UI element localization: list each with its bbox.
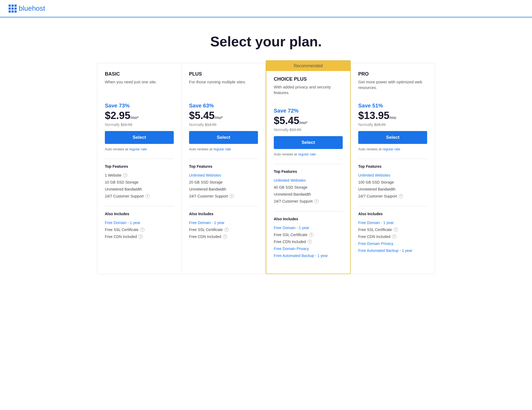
plan-name-basic: BASIC (105, 71, 174, 77)
top-features-title-choice-plus: Top Features (274, 169, 343, 174)
price-row-plus: $5.45 /mo* (189, 110, 258, 121)
info-icon[interactable]: ? (392, 234, 396, 239)
info-icon[interactable]: ? (394, 228, 398, 232)
also-includes-choice-plus: Also Includes Free Domain - 1 year Free … (274, 217, 343, 259)
top-feature-item-choice-plus-2: Unmetered Bandwidth (274, 191, 343, 198)
plan-card-basic: BASIC When you need just one site. Save … (97, 63, 182, 274)
top-feature-item-choice-plus-0: Unlimited Websites (274, 177, 343, 184)
plan-price-pro: $13.95 (358, 110, 389, 121)
info-icon[interactable]: ? (140, 228, 145, 232)
info-icon[interactable]: ? (145, 194, 150, 198)
regular-rate-link-plus[interactable]: regular rate (213, 147, 231, 151)
plan-save-pro: Save 51% (358, 103, 427, 109)
select-button-basic[interactable]: Select (105, 131, 174, 144)
also-feature-item-pro-0: Free Domain - 1 year (358, 219, 427, 226)
top-features-title-plus: Top Features (189, 164, 258, 169)
also-feature-item-basic-1: Free SSL Certificate ? (105, 226, 174, 233)
top-feature-item-basic-0: 1 Website ? (105, 172, 174, 179)
plan-card-plus: PLUS For those running multiple sites. S… (182, 63, 266, 274)
info-icon[interactable]: ? (314, 199, 319, 203)
divider-top-choice-plus (274, 164, 343, 164)
also-feature-item-choice-plus-1: Free SSL Certificate ? (274, 231, 343, 238)
divider-bottom-plus (189, 206, 258, 206)
page-title-section: Select your plan. (0, 17, 532, 63)
regular-rate-link-pro[interactable]: regular rate (382, 147, 400, 151)
top-features-pro: Top Features Unlimited Websites 100 GB S… (358, 164, 427, 200)
regular-rate-link-basic[interactable]: regular rate (129, 147, 147, 151)
plan-price-basic: $2.95 (105, 110, 130, 121)
also-title-plus: Also Includes (189, 212, 258, 216)
info-icon[interactable]: ? (309, 233, 313, 237)
top-feature-item-plus-3: 24/7 Customer Support ? (189, 193, 258, 200)
select-button-choice-plus[interactable]: Select (274, 136, 343, 149)
info-icon[interactable]: ? (230, 194, 234, 198)
also-feature-item-pro-3: Free Domain Privacy (358, 240, 427, 247)
top-feature-item-plus-2: Unmetered Bandwidth (189, 186, 258, 193)
recommended-badge: Recommended (266, 61, 350, 71)
plans-container: BASIC When you need just one site. Save … (92, 63, 440, 290)
auto-renews-pro: Auto renews at regular rate (358, 147, 427, 151)
also-includes-basic: Also Includes Free Domain - 1 year Free … (105, 212, 174, 240)
plan-price-plus: $5.45 (189, 110, 215, 121)
top-feature-item-plus-0: Unlimited Websites (189, 172, 258, 179)
auto-renews-plus: Auto renews at regular rate (189, 147, 258, 151)
top-feature-item-choice-plus-1: 40 GB SSD Storage (274, 184, 343, 191)
also-feature-item-basic-2: Free CDN Included ? (105, 233, 174, 240)
plan-normal-price-choice-plus: Normally $19.99 (274, 128, 343, 132)
page-title: Select your plan. (5, 33, 527, 50)
also-feature-item-pro-4: Free Automated Backup - 1 year (358, 247, 427, 254)
info-icon[interactable]: ? (223, 234, 227, 239)
top-features-choice-plus: Top Features Unlimited Websites 40 GB SS… (274, 169, 343, 205)
site-header: bluehost (0, 0, 532, 17)
price-row-pro: $13.95 /mo (358, 110, 427, 121)
top-feature-item-plus-1: 20 GB SSD Storage (189, 179, 258, 186)
top-feature-item-basic-1: 10 GB SSD Storage (105, 179, 174, 186)
also-feature-item-choice-plus-2: Free CDN Included ? (274, 238, 343, 245)
top-feature-item-pro-0: Unlimited Websites (358, 172, 427, 179)
top-features-basic: Top Features 1 Website ? 10 GB SSD Stora… (105, 164, 174, 200)
top-feature-item-pro-1: 100 GB SSD Storage (358, 179, 427, 186)
plan-save-basic: Save 73% (105, 103, 174, 109)
also-title-basic: Also Includes (105, 212, 174, 216)
logo-grid-icon (9, 5, 17, 13)
price-row-basic: $2.95 /mo* (105, 110, 174, 121)
also-feature-item-plus-0: Free Domain - 1 year (189, 219, 258, 226)
plan-per-pro: /mo (389, 115, 396, 120)
info-icon[interactable]: ? (399, 194, 403, 198)
price-row-choice-plus: $5.45 /mo* (274, 115, 343, 126)
also-title-pro: Also Includes (358, 212, 427, 216)
divider-top-pro (358, 159, 427, 159)
plan-per-choice-plus: /mo* (299, 120, 308, 125)
info-icon[interactable]: ? (308, 240, 312, 244)
plan-save-plus: Save 63% (189, 103, 258, 109)
plan-name-choice-plus: CHOICE PLUS (274, 76, 343, 82)
select-button-plus[interactable]: Select (189, 131, 258, 144)
plan-card-pro: PRO Get more power with optimized web re… (351, 63, 435, 274)
logo-text: bluehost (19, 4, 45, 13)
divider-top-basic (105, 159, 174, 159)
plan-card-choice-plus: Recommended CHOICE PLUS With added priva… (266, 60, 351, 274)
also-feature-item-choice-plus-4: Free Automated Backup - 1 year (274, 252, 343, 259)
also-feature-item-basic-0: Free Domain - 1 year (105, 219, 174, 226)
plan-per-plus: /mo* (215, 115, 223, 120)
info-icon[interactable]: ? (123, 173, 127, 177)
divider-bottom-pro (358, 206, 427, 206)
auto-renews-basic: Auto renews at regular rate (105, 147, 174, 151)
divider-top-plus (189, 159, 258, 159)
also-includes-pro: Also Includes Free Domain - 1 year Free … (358, 212, 427, 254)
also-feature-item-pro-1: Free SSL Certificate ? (358, 226, 427, 233)
plan-normal-price-pro: Normally $28.99 (358, 122, 427, 127)
also-feature-item-plus-1: Free SSL Certificate ? (189, 226, 258, 233)
auto-renews-choice-plus: Auto renews at regular rate (274, 152, 343, 156)
also-title-choice-plus: Also Includes (274, 217, 343, 221)
also-feature-item-plus-2: Free CDN Included ? (189, 233, 258, 240)
info-icon[interactable]: ? (224, 228, 229, 232)
select-button-pro[interactable]: Select (358, 131, 427, 144)
divider-bottom-basic (105, 206, 174, 206)
info-icon[interactable]: ? (139, 234, 143, 239)
logo[interactable]: bluehost (9, 4, 45, 13)
plan-desc-basic: When you need just one site. (105, 79, 174, 95)
regular-rate-link-choice-plus[interactable]: regular rate (298, 152, 316, 156)
plan-save-choice-plus: Save 72% (274, 108, 343, 114)
top-feature-item-basic-3: 24/7 Customer Support ? (105, 193, 174, 200)
